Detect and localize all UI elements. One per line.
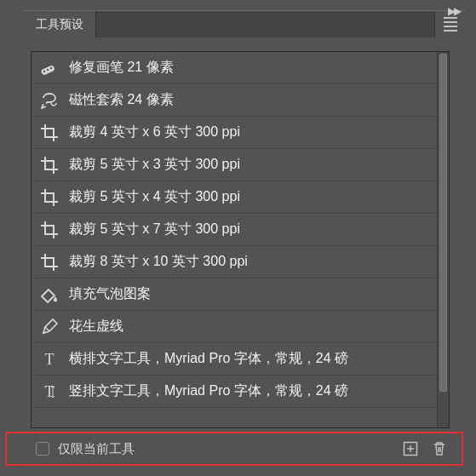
vertical-type-icon: T (38, 381, 60, 402)
svg-point-4 (43, 331, 45, 334)
preset-list: 修复画笔 21 像素磁性套索 24 像素裁剪 4 英寸 x 6 英寸 300 p… (32, 52, 437, 427)
list-item[interactable]: 修复画笔 21 像素 (32, 52, 437, 84)
preset-label: 花生虚线 (69, 318, 123, 335)
preset-label: 磁性套索 24 像素 (69, 91, 174, 109)
scrollbar[interactable] (437, 52, 449, 427)
list-item[interactable]: 裁剪 4 英寸 x 6 英寸 300 ppi (32, 117, 437, 149)
preset-label: 裁剪 5 英寸 x 7 英寸 300 ppi (69, 221, 240, 238)
list-item[interactable]: 裁剪 5 英寸 x 7 英寸 300 ppi (32, 214, 437, 246)
list-item[interactable]: T横排文字工具，Myriad Pro 字体，常规，24 磅 (32, 343, 437, 376)
scrollbar-thumb[interactable] (439, 54, 447, 392)
pen-icon (38, 317, 60, 337)
preset-label: 修复画笔 21 像素 (69, 59, 174, 77)
preset-label: 竖排文字工具，Myriad Pro 字体，常规，24 磅 (69, 382, 348, 400)
svg-text:T: T (45, 351, 54, 368)
horizontal-type-icon: T (38, 349, 60, 370)
magnetic-lasso-icon (38, 90, 60, 111)
preset-label: 裁剪 8 英寸 x 10 英寸 300 ppi (69, 253, 248, 271)
svg-point-3 (50, 66, 52, 68)
new-icon (403, 441, 418, 456)
svg-point-1 (43, 70, 45, 72)
preset-label: 填充气泡图案 (69, 285, 151, 303)
tab-tool-presets[interactable]: 工具预设 (24, 11, 96, 37)
crop-icon (38, 123, 60, 143)
preset-label: 横排文字工具，Myriad Pro 字体，常规，24 磅 (69, 350, 348, 368)
hamburger-menu-icon (444, 17, 457, 32)
list-item[interactable]: T竖排文字工具，Myriad Pro 字体，常规，24 磅 (32, 376, 437, 408)
svg-point-2 (47, 68, 49, 70)
panel-footer: 仅限当前工具 (26, 433, 460, 464)
preset-label: 裁剪 5 英寸 x 3 英寸 300 ppi (69, 156, 240, 174)
preset-label: 裁剪 5 英寸 x 4 英寸 300 ppi (69, 188, 240, 206)
checkbox-label: 仅限当前工具 (58, 441, 135, 457)
preset-label: 裁剪 4 英寸 x 6 英寸 300 ppi (69, 123, 240, 141)
list-item[interactable]: 花生虚线 (32, 311, 437, 343)
current-tool-only-checkbox[interactable] (36, 442, 49, 456)
list-item[interactable]: 裁剪 5 英寸 x 3 英寸 300 ppi (32, 149, 437, 181)
tab-label: 工具预设 (36, 17, 83, 32)
fill-icon (38, 284, 60, 305)
tool-presets-panel: ▶▶ 工具预设 修复画笔 21 像素磁性套索 24 像素裁剪 4 英寸 x 6 … (24, 10, 465, 466)
healing-brush-icon (38, 58, 60, 78)
preset-list-container: 修复画笔 21 像素磁性套索 24 像素裁剪 4 英寸 x 6 英寸 300 p… (31, 51, 450, 428)
list-item[interactable]: 裁剪 8 英寸 x 10 英寸 300 ppi (32, 246, 437, 278)
list-item[interactable]: 裁剪 5 英寸 x 4 英寸 300 ppi (32, 181, 437, 214)
trash-icon (432, 441, 447, 456)
crop-icon (38, 220, 60, 240)
list-item[interactable]: 填充气泡图案 (32, 278, 437, 311)
new-preset-button[interactable] (400, 439, 421, 459)
crop-icon (38, 155, 60, 175)
crop-icon (38, 187, 60, 208)
delete-preset-button[interactable] (429, 439, 450, 459)
list-item[interactable]: 磁性套索 24 像素 (32, 84, 437, 117)
crop-icon (38, 252, 60, 272)
panel-tab-bar: 工具预设 (24, 10, 465, 37)
collapse-chevrons-icon[interactable]: ▶▶ (448, 5, 460, 17)
